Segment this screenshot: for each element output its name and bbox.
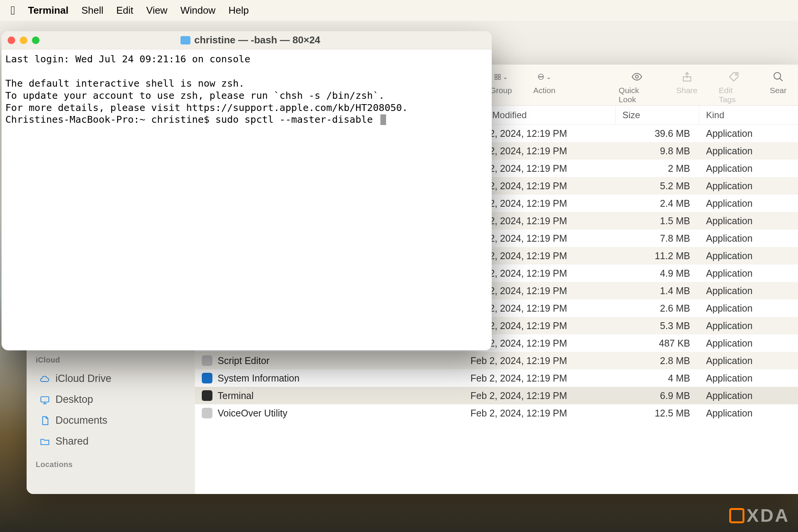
file-size: 5.2 MB (616, 180, 699, 192)
svg-rect-4 (498, 78, 500, 80)
file-kind: Application (699, 338, 798, 349)
app-icon (202, 408, 212, 418)
file-kind: Application (699, 390, 798, 401)
file-date: Feb 2, 2024, 12:19 PM (464, 373, 616, 384)
svg-point-9 (635, 75, 638, 78)
sidebar-item-shared[interactable]: Shared (36, 432, 186, 450)
file-kind: Application (699, 320, 798, 331)
menu-view[interactable]: View (146, 5, 168, 16)
file-size: 12.5 MB (616, 408, 699, 419)
file-size: 4 MB (616, 373, 699, 384)
file-date: Feb 2, 2024, 12:19 PM (464, 408, 616, 419)
table-row[interactable]: VoiceOver UtilityFeb 2, 2024, 12:19 PM12… (195, 404, 798, 422)
toolbar-search[interactable]: Sear (770, 70, 787, 95)
app-icon (202, 390, 212, 401)
table-row[interactable]: System InformationFeb 2, 2024, 12:19 PM4… (195, 369, 798, 387)
file-kind: Application (699, 268, 798, 279)
file-size: 2 MB (616, 163, 699, 174)
folder-shared-icon (40, 436, 50, 447)
toolbar-action[interactable]: ⌄ Action (533, 70, 555, 95)
xda-text: XDA (747, 505, 790, 526)
file-kind: Application (699, 408, 798, 419)
sidebar-heading-icloud: iCloud (36, 356, 186, 364)
sidebar-heading-locations: Locations (36, 460, 186, 469)
terminal-cursor (380, 114, 386, 125)
file-size: 487 KB (616, 338, 699, 349)
close-button[interactable] (8, 36, 15, 44)
sidebar-item-desktop[interactable]: Desktop (36, 391, 186, 408)
doc-icon (40, 415, 50, 426)
menu-shell[interactable]: Shell (81, 5, 103, 16)
file-kind: Application (699, 198, 798, 209)
search-icon (773, 71, 784, 82)
sidebar-item-label: iCloud Drive (55, 373, 111, 385)
terminal-title: christine — -bash — 80×24 (194, 34, 320, 46)
file-kind: Application (699, 355, 798, 366)
table-row[interactable]: Script EditorFeb 2, 2024, 12:19 PM2.8 MB… (195, 352, 798, 369)
toolbar-edit-tags[interactable]: Edit Tags (719, 70, 749, 104)
xda-watermark: XDA (729, 505, 790, 526)
file-name: VoiceOver Utility (218, 408, 287, 419)
col-size[interactable]: Size (616, 106, 699, 124)
share-icon (681, 71, 693, 82)
cloud-icon (40, 374, 50, 384)
sidebar-item-icloud-drive[interactable]: iCloud Drive (36, 370, 186, 388)
toolbar-label: Share (676, 86, 698, 95)
table-row[interactable]: TerminalFeb 2, 2024, 12:19 PM6.9 MBAppli… (195, 387, 798, 404)
file-size: 6.9 MB (616, 390, 699, 401)
col-kind[interactable]: Kind (699, 106, 798, 124)
toolbar-label: Sear (770, 86, 787, 95)
file-size: 9.8 MB (616, 146, 699, 157)
file-size: 1.5 MB (616, 215, 699, 226)
sidebar-item-documents[interactable]: Documents (36, 412, 186, 429)
file-kind: Application (699, 303, 798, 314)
file-size: 1.4 MB (616, 285, 699, 296)
menu-edit[interactable]: Edit (116, 5, 133, 16)
file-kind: Application (699, 146, 798, 157)
file-kind: Application (699, 373, 798, 384)
svg-rect-1 (495, 74, 497, 77)
file-name: Script Editor (218, 355, 269, 366)
toolbar-label: Quick Look (619, 86, 655, 104)
file-kind: Application (699, 285, 798, 296)
app-menu[interactable]: Terminal (28, 5, 68, 16)
file-size: 2.6 MB (616, 303, 699, 314)
sidebar-item-label: Documents (55, 415, 108, 426)
file-kind: Application (699, 250, 798, 261)
file-size: 39.6 MB (616, 128, 699, 139)
svg-rect-2 (498, 74, 500, 77)
file-date: Feb 2, 2024, 12:19 PM (464, 355, 616, 366)
toolbar-share[interactable]: Share (676, 70, 698, 95)
desktop-icon (40, 394, 50, 405)
file-kind: Application (699, 163, 798, 174)
file-kind: Application (699, 128, 798, 139)
svg-rect-3 (495, 78, 497, 80)
file-size: 7.8 MB (616, 233, 699, 244)
file-kind: Application (699, 180, 798, 192)
terminal-window[interactable]: christine — -bash — 80×24 Last login: We… (2, 31, 492, 350)
file-date: Feb 2, 2024, 12:19 PM (464, 390, 616, 401)
terminal-titlebar[interactable]: christine — -bash — 80×24 (2, 31, 492, 49)
zoom-button[interactable] (32, 36, 40, 44)
file-size: 5.3 MB (616, 320, 699, 331)
sidebar-item-label: Desktop (55, 394, 93, 405)
menu-bar:  Terminal Shell Edit View Window Help (0, 0, 798, 21)
action-icon (537, 71, 545, 82)
minimize-button[interactable] (20, 36, 27, 44)
menu-help[interactable]: Help (228, 5, 249, 16)
tag-icon (728, 71, 739, 82)
toolbar-label: Action (533, 86, 555, 95)
menu-window[interactable]: Window (180, 5, 215, 16)
apple-menu-icon[interactable]:  (11, 3, 15, 17)
app-icon (202, 373, 212, 383)
file-size: 11.2 MB (616, 250, 699, 261)
folder-icon (180, 36, 190, 44)
file-kind: Application (699, 233, 798, 244)
toolbar-quicklook[interactable]: Quick Look (619, 70, 655, 104)
svg-point-11 (735, 74, 737, 75)
toolbar-group[interactable]: ⌄ Group (490, 70, 512, 95)
file-name: System Information (218, 373, 299, 384)
sidebar-item-label: Shared (55, 435, 89, 447)
group-icon (494, 71, 501, 82)
terminal-body[interactable]: Last login: Wed Jul 24 09:21:16 on conso… (2, 49, 492, 130)
